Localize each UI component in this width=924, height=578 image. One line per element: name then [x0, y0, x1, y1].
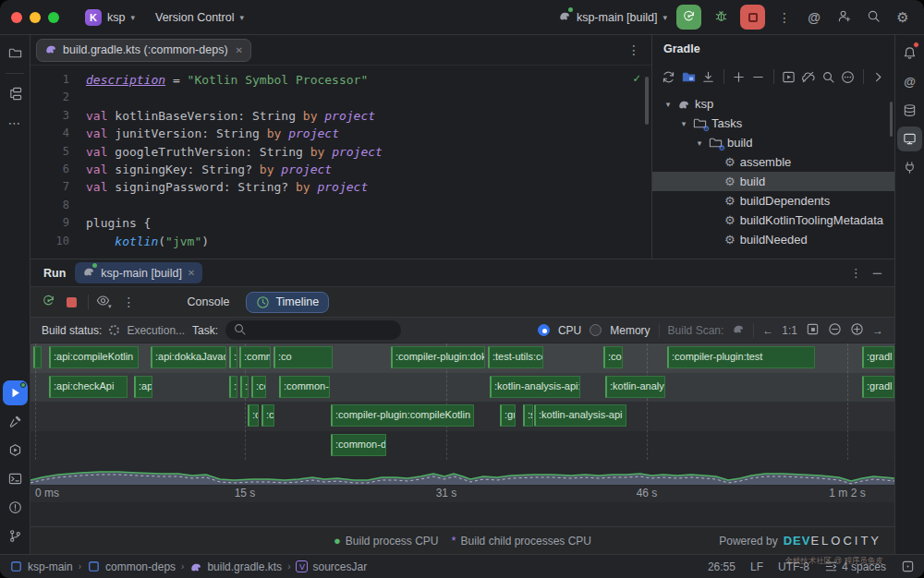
- task-bar-c[interactable]: :c: [240, 376, 249, 398]
- filter-view-icon[interactable]: ▾: [96, 294, 112, 310]
- stop-button[interactable]: [740, 5, 765, 30]
- structure-icon[interactable]: [3, 81, 28, 106]
- tab-timeline[interactable]: Timeline: [246, 292, 329, 313]
- chevron-down-icon[interactable]: ▾: [695, 138, 704, 148]
- close-window-button[interactable]: [11, 12, 22, 23]
- editor-scrollbar[interactable]: [645, 77, 649, 125]
- chevron-down-icon[interactable]: ▾: [679, 119, 688, 128]
- task-bar-compiler-plugindok[interactable]: :compiler-plugin:dok: [391, 346, 485, 368]
- minimize-window-button[interactable]: [30, 12, 41, 23]
- task-bar-c[interactable]: :c: [248, 404, 259, 427]
- task-bar-api[interactable]: :api:: [134, 376, 152, 398]
- line-number[interactable]: 2: [30, 89, 86, 106]
- gradle-settings-icon[interactable]: [839, 66, 857, 87]
- editor-options-icon[interactable]: ⋮: [622, 42, 646, 57]
- more-options-icon[interactable]: ⋮: [119, 292, 140, 312]
- line-separator-widget[interactable]: LF: [750, 560, 763, 573]
- task-bar-co[interactable]: :co: [274, 346, 333, 368]
- task-bar-apidokkaJavadoc[interactable]: :api:dokkaJavadoc: [151, 346, 226, 368]
- select-module-icon[interactable]: [680, 66, 699, 87]
- database-toolwindow-icon[interactable]: [897, 98, 922, 123]
- project-folder-icon[interactable]: [3, 41, 28, 66]
- gradle-tree-scrollbar[interactable]: [890, 102, 893, 137]
- run-gradle-task-icon[interactable]: [779, 66, 797, 87]
- settings-gear-icon[interactable]: ⚙: [893, 7, 913, 28]
- run-panel-options-icon[interactable]: ⋮: [850, 266, 862, 280]
- offline-mode-icon[interactable]: [799, 66, 818, 87]
- line-number[interactable]: 9: [30, 214, 86, 232]
- line-number[interactable]: 10: [30, 233, 86, 250]
- ai-assistant-toolwindow-icon[interactable]: @: [897, 69, 922, 94]
- expand-toolbar-icon[interactable]: [869, 66, 887, 87]
- code-with-me-icon[interactable]: [833, 7, 854, 28]
- zoom-in-icon[interactable]: [850, 322, 864, 339]
- caret-position-widget[interactable]: 26:55: [708, 560, 736, 573]
- task-bar[interactable]: [33, 346, 42, 368]
- gradle-tree-item-assemble[interactable]: ⚙assemble: [652, 152, 894, 172]
- memory-radio[interactable]: [590, 324, 602, 336]
- notifications-icon[interactable]: [897, 41, 922, 66]
- sync-gradle-icon[interactable]: [660, 66, 678, 87]
- indent-widget[interactable]: 4 spaces: [824, 560, 886, 573]
- gradle-tree-item-build[interactable]: ⚙build: [652, 172, 894, 191]
- task-bar-kotlin-analysis-apic[interactable]: :kotlin-analysis-api:c: [490, 376, 580, 398]
- line-number[interactable]: 8: [30, 197, 86, 214]
- maximize-window-button[interactable]: [48, 12, 59, 23]
- problems-toolwindow-icon[interactable]: [3, 495, 28, 520]
- scroll-left-icon[interactable]: ←: [762, 324, 773, 337]
- task-filter-field[interactable]: [225, 320, 401, 340]
- fit-to-screen-icon[interactable]: [806, 322, 820, 339]
- task-bar-compiler-plugintest[interactable]: :compiler-plugin:test: [667, 346, 815, 368]
- code-editor[interactable]: ✓ 1description = "Kotlin Symbol Processo…: [30, 66, 651, 259]
- task-bar-co[interactable]: :co: [251, 376, 266, 398]
- task-bar-kotlin-analys[interactable]: :kotlin-analys: [605, 376, 665, 398]
- breadcrumb-item-sourcesJar[interactable]: VsourcesJar: [296, 560, 367, 573]
- services-toolwindow-icon[interactable]: [3, 438, 28, 463]
- build-toolwindow-icon[interactable]: [3, 409, 28, 434]
- task-bar-gradl[interactable]: :gradl: [862, 346, 894, 368]
- hide-panel-icon[interactable]: ─: [873, 266, 881, 280]
- terminal-toolwindow-icon[interactable]: [3, 466, 28, 491]
- remove-gradle-project-icon[interactable]: [749, 66, 768, 87]
- task-bar-gradl[interactable]: :gradl: [862, 376, 894, 398]
- task-bar-common-d[interactable]: :common-d: [331, 434, 386, 456]
- more-actions-icon[interactable]: ⋮: [774, 7, 795, 28]
- statusbar-widget-icon[interactable]: [901, 560, 915, 573]
- develocity-toolwindow-icon[interactable]: [897, 126, 922, 151]
- close-tab-icon[interactable]: ✕: [188, 268, 195, 278]
- editor-tab[interactable]: build.gradle.kts (:common-deps) ✕: [36, 39, 251, 62]
- line-number[interactable]: 4: [30, 125, 86, 142]
- breadcrumb-item-ksp-main[interactable]: ksp-main: [9, 560, 73, 573]
- task-bar-[interactable]: :: [229, 346, 237, 368]
- run-tab[interactable]: ksp-main [build] ✕: [75, 262, 202, 283]
- version-control-toolwindow-icon[interactable]: [3, 524, 28, 548]
- scroll-right-icon[interactable]: →: [872, 324, 883, 337]
- gradle-tree-item-buildDependents[interactable]: ⚙buildDependents: [652, 191, 894, 211]
- close-tab-icon[interactable]: ✕: [236, 45, 243, 55]
- find-gradle-task-icon[interactable]: [820, 66, 838, 87]
- task-bar-apicompileKotlin[interactable]: :api:compileKotlin: [49, 346, 139, 368]
- vcs-widget[interactable]: Version Control ▾: [148, 8, 251, 27]
- gradle-tree-item-Tasks[interactable]: ▾⚙Tasks: [652, 114, 894, 133]
- task-bar-co[interactable]: :co: [603, 346, 623, 368]
- rerun-build-icon[interactable]: [42, 294, 55, 310]
- line-number[interactable]: 7: [30, 178, 86, 196]
- task-bar-s[interactable]: :s: [523, 404, 533, 427]
- chevron-down-icon[interactable]: ▾: [663, 100, 673, 109]
- gradle-tree-item-build[interactable]: ▾⚙build: [652, 133, 894, 152]
- stop-build-icon[interactable]: [67, 297, 77, 307]
- line-number[interactable]: 5: [30, 143, 86, 161]
- gradle-tree-item-buildNeeded[interactable]: ⚙buildNeeded: [652, 230, 894, 249]
- task-bar-kotlin-analysis-api[interactable]: :kotlin-analysis-api: [534, 404, 626, 427]
- gradle-tree-item-ksp[interactable]: ▾ksp: [652, 94, 894, 114]
- search-everywhere-icon[interactable]: [863, 7, 883, 28]
- tab-console[interactable]: Console: [178, 292, 239, 312]
- task-bar-compiler-plugincompileKotlin[interactable]: :compiler-plugin:compileKotlin: [331, 404, 474, 427]
- cpu-radio[interactable]: [538, 324, 550, 336]
- task-bar-common-[interactable]: :common-: [279, 376, 330, 398]
- task-bar-c[interactable]: :c: [229, 376, 237, 398]
- task-bar-common[interactable]: :common: [239, 346, 271, 368]
- rerun-button[interactable]: [676, 5, 701, 30]
- memory-radio-label[interactable]: Memory: [610, 324, 650, 337]
- ai-assistant-icon[interactable]: @: [804, 7, 824, 28]
